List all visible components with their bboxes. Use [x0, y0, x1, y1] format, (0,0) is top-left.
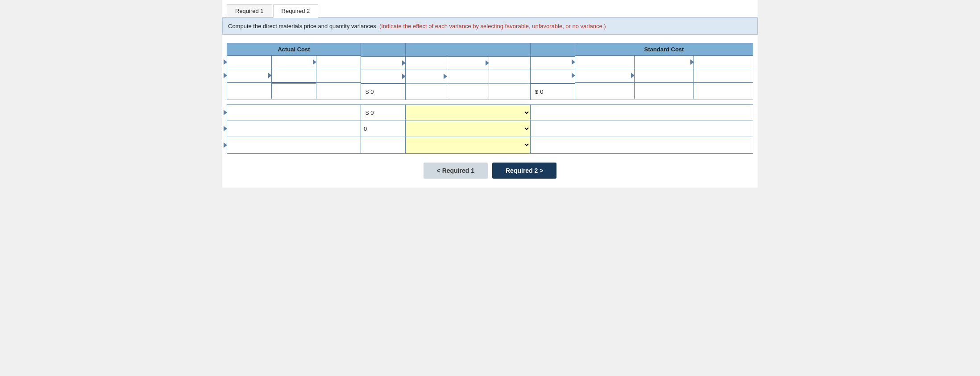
sc-cell-3-3 [694, 83, 753, 99]
ac-input-3-2[interactable] [272, 84, 316, 99]
ac-input-2-3[interactable] [316, 69, 361, 82]
var-arrow-3 [224, 142, 227, 148]
var-select-input-1[interactable]: Favorable Unfavorable No Variance [406, 107, 530, 118]
var-arrow-2 [224, 126, 227, 131]
sc-arrow-1-1 [572, 59, 575, 65]
mid-input-3-3[interactable] [489, 84, 530, 100]
mid-arrow-1-1 [402, 60, 406, 66]
sc-input-2-1[interactable] [575, 69, 634, 82]
ac-row-1 [227, 56, 361, 69]
mid-conn-row-2 [361, 70, 405, 84]
sc-row-2 [575, 69, 753, 83]
mid-connector-1: $ 0 [361, 43, 406, 100]
mid-arrow-2-1 [402, 74, 406, 79]
mid-input-1-3[interactable] [489, 57, 530, 70]
sc-cell-2-1 [575, 69, 635, 82]
sc-input-2-3[interactable] [694, 69, 753, 82]
sc-input-1-3[interactable] [694, 56, 753, 69]
mid-conn-row-1 [361, 57, 405, 70]
nav-buttons: < Required 1 Required 2 > [227, 163, 753, 179]
tabs-row: Required 1 Required 2 [222, 0, 758, 18]
tab-required-2[interactable]: Required 2 [273, 4, 319, 18]
ac-input-1-3[interactable] [316, 56, 361, 69]
ac-input-3-1[interactable] [227, 83, 271, 99]
arrow-2-2 [268, 73, 272, 78]
page-wrapper: Required 1 Required 2 Compute the direct… [222, 0, 758, 188]
mid-conn-row-2-total: $ 0 [531, 84, 575, 100]
ac-input-2-2[interactable] [272, 69, 316, 82]
mid-row-1 [406, 57, 530, 70]
mid-cell-2-3 [489, 70, 530, 83]
arrow-1-3 [313, 59, 316, 65]
mid-input-2-3[interactable] [489, 70, 530, 83]
var-select-input-3[interactable]: Favorable Unfavorable No Variance [406, 139, 530, 150]
ac-cell-1-2 [272, 56, 316, 69]
mid-connector-2: $ 0 [531, 43, 575, 100]
ac-input-2-1[interactable] [227, 69, 271, 82]
var-select-input-2[interactable]: Favorable Unfavorable No Variance [406, 123, 530, 134]
ac-cell-3-2 [272, 83, 316, 99]
ac-input-1-2[interactable] [272, 56, 316, 69]
actual-cost-rows [227, 56, 361, 100]
middle-header [406, 43, 530, 57]
next-button[interactable]: Required 2 > [492, 163, 556, 179]
var-select-1[interactable]: Favorable Unfavorable No Variance [406, 105, 531, 121]
var-select-3[interactable]: Favorable Unfavorable No Variance [406, 137, 531, 153]
sc-input-1-2[interactable] [635, 56, 693, 69]
sc-input-3-1[interactable] [575, 83, 634, 99]
var-row-3: Favorable Unfavorable No Variance [227, 137, 753, 153]
var-arrow-1 [224, 110, 227, 115]
sc-arrow-1-3 [690, 59, 694, 65]
var-label-2 [227, 121, 361, 137]
variance-table: Actual Cost [227, 43, 753, 100]
total-value-1: 0 [370, 88, 374, 95]
mid-row-3 [406, 84, 530, 100]
middle-block [406, 43, 531, 100]
prev-button[interactable]: < Required 1 [424, 163, 488, 179]
sc-header: Standard Cost [575, 43, 753, 56]
sc-row-1 [575, 56, 753, 69]
mid-input-1-1[interactable] [406, 57, 447, 70]
ac-cell-3-1 [227, 83, 272, 99]
ac-cell-2-2 [272, 69, 316, 82]
tab-required-1[interactable]: Required 1 [227, 4, 272, 17]
sc-arrow-2-1 [572, 73, 575, 78]
var-dollar-1: $ [364, 109, 370, 116]
var-empty-2 [531, 121, 753, 137]
mid-cell-3-1 [406, 84, 447, 100]
mid-conn-row-2-2 [531, 70, 575, 84]
var-select-2[interactable]: Favorable Unfavorable No Variance [406, 121, 531, 137]
arrow-2-1 [224, 73, 227, 78]
ac-cell-3-3 [316, 83, 361, 99]
ac-input-1-1[interactable] [227, 56, 271, 69]
var-label-1 [227, 105, 361, 121]
mid-arrow-2-2 [444, 74, 447, 79]
sc-cell-2-3 [694, 69, 753, 82]
sc-input-1-1[interactable] [575, 56, 634, 69]
mid-input-3-1[interactable] [406, 84, 447, 100]
sc-cell-3-2 [635, 83, 694, 99]
actual-cost-block: Actual Cost [227, 43, 361, 100]
mid-input-2-2[interactable] [447, 70, 488, 83]
sc-input-2-2[interactable] [635, 69, 693, 82]
standard-cost-block: Standard Cost [575, 43, 753, 100]
ac-cell-2-3 [316, 69, 361, 82]
var-row-2: 0 Favorable Unfavorable No Variance [227, 121, 753, 137]
var-conn-3 [361, 137, 406, 153]
sc-input-3-3[interactable] [694, 83, 753, 99]
mid-conn-row-total: $ 0 [361, 84, 405, 100]
mid-input-3-2[interactable] [447, 84, 488, 100]
main-content: Actual Cost [222, 35, 758, 188]
sc-cell-2-2 [635, 69, 694, 82]
sc-arrow-2-2 [631, 73, 635, 78]
ac-input-3-3[interactable] [316, 83, 361, 99]
mid-input-1-2[interactable] [447, 57, 488, 70]
sc-input-3-2[interactable] [635, 83, 693, 99]
var-empty-3 [531, 137, 753, 153]
mid-conn-row-2-1 [531, 57, 575, 70]
mid-cell-2-1 [406, 70, 447, 83]
instruction-main: Compute the direct materials price and q… [228, 23, 378, 29]
var-val-num-2: 0 [364, 125, 367, 132]
mid-input-2-1[interactable] [406, 70, 447, 83]
var-val-num-1: 0 [370, 109, 374, 116]
